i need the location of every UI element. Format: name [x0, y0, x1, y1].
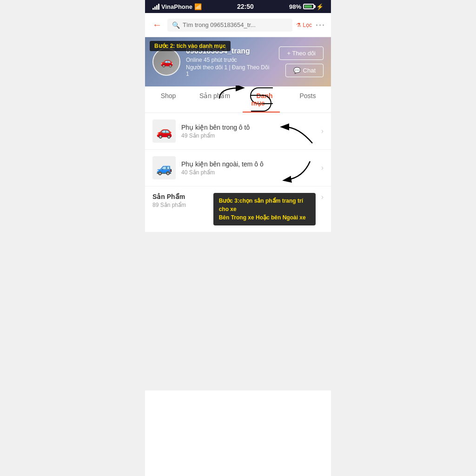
- profile-status: Online 45 phút trước: [186, 57, 273, 63]
- category-item-1[interactable]: 🚗 Phụ kiện bên trong ô tô 49 Sản phẩm ›: [145, 113, 331, 150]
- empty-content-area: [145, 232, 331, 390]
- step2-annotation: Bước 2: tích vào danh mục: [150, 41, 231, 51]
- arrow-to-sanpham: [217, 86, 245, 99]
- category-thumb-2: 🚙: [152, 156, 176, 179]
- chat-icon: 💬: [293, 67, 301, 74]
- chevron-icon-1: ›: [321, 127, 324, 135]
- profile-header: Bước 2: tích vào danh mục 🚗 0965183654_t…: [145, 37, 331, 86]
- back-button[interactable]: ←: [151, 18, 164, 32]
- step3-annotation: Bước 3:chọn sản phẩm trang trí cho xe Bê…: [213, 193, 316, 225]
- category-count-1: 49 Sản phẩm: [181, 132, 316, 139]
- status-right: 98% ⚡: [289, 3, 324, 10]
- tab-shop[interactable]: Shop: [145, 86, 192, 112]
- wifi-icon: 📶: [194, 3, 202, 10]
- chat-label: Chat: [303, 67, 316, 74]
- charging-icon: ⚡: [316, 3, 324, 10]
- battery-icon: [303, 4, 314, 9]
- status-bar: VinaPhone 📶 22:50 98% ⚡: [145, 0, 331, 13]
- more-button[interactable]: ···: [316, 20, 325, 30]
- status-time: 22:50: [237, 3, 254, 10]
- signal-bars: [152, 4, 159, 10]
- search-icon: 🔍: [172, 21, 180, 29]
- chat-button[interactable]: 💬 Chat: [285, 64, 324, 77]
- step3-line1: Bước 3:chọn sản phẩm trang trí cho xe: [219, 197, 310, 213]
- car-image-1: 🚗: [152, 119, 176, 143]
- category-name-1: Phụ kiện bên trong ô tô: [181, 124, 316, 131]
- nav-bar: ← 🔍 Tìm trong 0965183654_tr... ⚗ Lọc ···: [145, 13, 331, 37]
- section-name: Sản Phẩm: [152, 193, 204, 200]
- category-count-2: 40 Sản phẩm: [181, 169, 316, 176]
- follow-button[interactable]: + Theo dõi: [279, 46, 324, 60]
- category-list: 🚗 Phụ kiện bên trong ô tô 49 Sản phẩm › …: [145, 113, 331, 232]
- tab-posts[interactable]: Posts: [284, 86, 331, 112]
- avatar: 🚗: [152, 48, 180, 76]
- category-name-2: Phụ kiện bên ngoài, tem ô ô: [181, 160, 316, 168]
- profile-info: 0965183654_trang Online 45 phút trước Ng…: [186, 47, 273, 77]
- search-placeholder: Tìm trong 0965183654_tr...: [183, 21, 288, 28]
- avatar-placeholder: 🚗: [153, 49, 179, 75]
- step3-line2: Bên Trong xe Hoặc bên Ngoài xe: [219, 213, 310, 222]
- category-info-2: Phụ kiện bên ngoài, tem ô ô 40 Sản phẩm: [181, 160, 316, 176]
- tabs-bar: Shop Sản phẩm Danh mục Posts: [145, 86, 331, 113]
- category-item-2[interactable]: 🚙 Phụ kiện bên ngoài, tem ô ô 40 Sản phẩ…: [145, 150, 331, 186]
- status-left: VinaPhone 📶: [152, 3, 202, 10]
- chevron-icon-section: ›: [321, 193, 324, 201]
- category-thumb-1: 🚗: [152, 119, 176, 143]
- battery-percent: 98%: [289, 3, 301, 10]
- car-image-2: 🚙: [152, 156, 176, 179]
- profile-followers: Người theo dõi 1 | Đang Theo Dõi 1: [186, 64, 273, 77]
- filter-label: Lọc: [303, 22, 312, 28]
- category-info-1: Phụ kiện bên trong ô tô 49 Sản phẩm: [181, 124, 316, 139]
- tab-danh-muc[interactable]: Danh mục: [238, 86, 284, 112]
- filter-icon: ⚗: [296, 22, 301, 28]
- filter-button[interactable]: ⚗ Lọc: [296, 22, 312, 28]
- section-item[interactable]: Sản Phẩm 89 Sản phẩm Bước 3:chọn sản phẩ…: [145, 186, 331, 232]
- chevron-icon-2: ›: [321, 164, 324, 172]
- carrier-name: VinaPhone: [161, 3, 192, 10]
- profile-actions: + Theo dõi 💬 Chat: [279, 46, 324, 77]
- section-count: 89 Sản phẩm: [152, 202, 204, 208]
- section-info: Sản Phẩm 89 Sản phẩm: [152, 193, 204, 208]
- search-box[interactable]: 🔍 Tìm trong 0965183654_tr...: [167, 19, 292, 32]
